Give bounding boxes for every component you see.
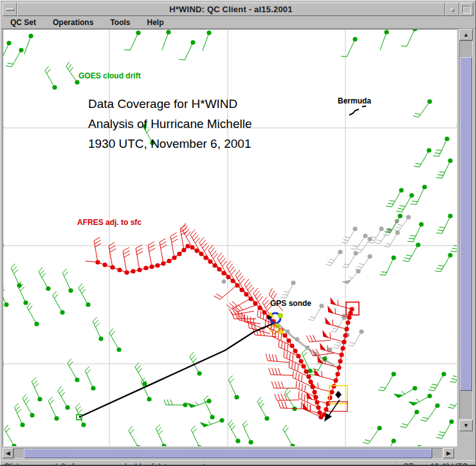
map-canvas[interactable]: 208GOES cloud driftData Coverage for H*W… xyxy=(3,30,457,446)
green-wind-barb-dot xyxy=(206,30,211,35)
green-wind-barb xyxy=(26,400,30,404)
horizontal-scroll-thumb[interactable] xyxy=(24,449,432,458)
red-obs-dot xyxy=(312,390,316,394)
red-wind-barb xyxy=(296,381,297,388)
gray-wind-barb xyxy=(325,264,331,265)
green-wind-barb xyxy=(208,421,211,424)
red-wind-barb xyxy=(237,273,242,278)
red-wind-barb xyxy=(194,235,198,240)
green-wind-barb xyxy=(453,246,457,247)
red-obs-dot xyxy=(304,369,308,373)
gray-wind-barb-dot xyxy=(406,215,410,219)
green-wind-barb-dot xyxy=(6,40,11,45)
green-wind-barb xyxy=(39,267,42,272)
green-wind-barb-dot xyxy=(86,302,90,307)
red-wind-barb xyxy=(219,255,224,260)
menu-bar: QC Set Operations Tools Help xyxy=(1,16,475,29)
green-wind-barb xyxy=(33,381,37,384)
green-wind-barb xyxy=(456,235,457,252)
scroll-left-arrow[interactable]: ◀ xyxy=(3,448,14,458)
red-wind-barb xyxy=(94,241,98,262)
menu-item-tools[interactable]: Tools xyxy=(106,17,134,28)
red-obs-dot xyxy=(208,259,212,264)
green-wind-barb xyxy=(3,286,4,290)
red-wind-barb xyxy=(322,371,322,377)
green-wind-barb-dot xyxy=(416,242,420,247)
red-obs-dot xyxy=(117,267,122,272)
red-obs-dot xyxy=(333,378,338,382)
red-wind-barb xyxy=(255,323,255,330)
red-wind-barb xyxy=(241,314,243,321)
gray-wind-barb xyxy=(342,267,347,267)
red-wind-barb xyxy=(220,285,237,300)
gray-wind-barb xyxy=(329,259,334,260)
gray-wind-barb xyxy=(348,345,353,346)
green-wind-barb xyxy=(399,206,405,207)
red-wind-barb xyxy=(314,394,315,400)
green-wind-barb xyxy=(410,204,416,204)
status-message: Click on upper left of zoom area -- doub… xyxy=(1,462,395,466)
green-wind-barb-dot xyxy=(391,438,396,443)
green-wind-barb xyxy=(433,156,439,156)
gray-wind-barb xyxy=(349,277,352,278)
green-wind-barb xyxy=(8,63,14,64)
green-wind-barb-dot xyxy=(206,399,211,403)
vertical-scroll-thumb[interactable] xyxy=(460,57,472,391)
red-wind-barb xyxy=(264,300,269,305)
bermuda-island xyxy=(362,106,366,107)
gray-wind-barb-dot xyxy=(319,303,324,308)
red-wind-barb xyxy=(271,291,275,297)
red-wind-barb xyxy=(285,402,287,408)
red-wind-barb xyxy=(212,251,216,256)
green-wind-barb-dot xyxy=(30,413,34,417)
red-wind-barb xyxy=(255,291,260,296)
red-wind-barb xyxy=(261,311,261,318)
red-wind-barb xyxy=(205,246,209,251)
minimize-button[interactable] xyxy=(445,3,459,16)
red-wind-barb xyxy=(281,334,282,341)
red-obs-dot xyxy=(190,245,194,249)
vertical-scroll-trough[interactable] xyxy=(459,40,473,420)
green-wind-barb xyxy=(421,420,426,421)
menu-item-qc-set[interactable]: QC Set xyxy=(6,17,40,28)
green-wind-barb-dot xyxy=(46,286,50,291)
maximize-button[interactable] xyxy=(459,3,473,16)
green-wind-barb-dot xyxy=(37,397,42,401)
horizontal-scroll-trough[interactable] xyxy=(14,448,443,459)
window-menu-button[interactable] xyxy=(3,3,17,16)
green-wind-barb-dot xyxy=(235,438,240,443)
gray-wind-barb-dot xyxy=(359,329,363,334)
green-wind-barb xyxy=(436,177,442,178)
green-wind-barb xyxy=(60,389,64,393)
green-wind-barb-dot xyxy=(98,336,103,341)
green-wind-barb xyxy=(193,358,197,363)
gray-wind-barb xyxy=(357,266,362,267)
red-wind-barb xyxy=(223,261,227,266)
bermuda-island xyxy=(349,109,359,115)
scroll-up-arrow[interactable]: ▲ xyxy=(459,29,473,40)
scroll-right-arrow[interactable]: ▶ xyxy=(443,448,454,458)
red-obs-dot xyxy=(335,372,340,376)
red-wind-barb xyxy=(149,248,156,252)
red-wind-barb xyxy=(282,402,284,408)
green-wind-barb-dot xyxy=(391,372,396,376)
green-wind-barb xyxy=(164,400,166,405)
green-wind-barb-dot xyxy=(60,310,64,314)
green-wind-barb-dot xyxy=(377,426,381,430)
green-wind-barb xyxy=(436,233,442,233)
storm-track-line xyxy=(79,323,275,417)
green-wind-barb xyxy=(24,397,28,401)
map-label: Data Coverage for H*WIND xyxy=(88,97,237,111)
green-wind-barb xyxy=(313,369,318,370)
red-obs-dot xyxy=(185,244,190,248)
scroll-down-arrow[interactable]: ▼ xyxy=(459,420,473,431)
green-wind-barb xyxy=(401,391,405,394)
red-wind-barb xyxy=(123,247,129,251)
green-wind-barb xyxy=(408,238,414,239)
menu-item-operations[interactable]: Operations xyxy=(49,17,97,28)
red-wind-barb xyxy=(315,375,336,381)
red-wind-barb xyxy=(172,239,178,243)
green-wind-barb xyxy=(403,260,408,262)
red-wind-barb xyxy=(269,288,273,294)
menu-item-help[interactable]: Help xyxy=(143,17,167,28)
